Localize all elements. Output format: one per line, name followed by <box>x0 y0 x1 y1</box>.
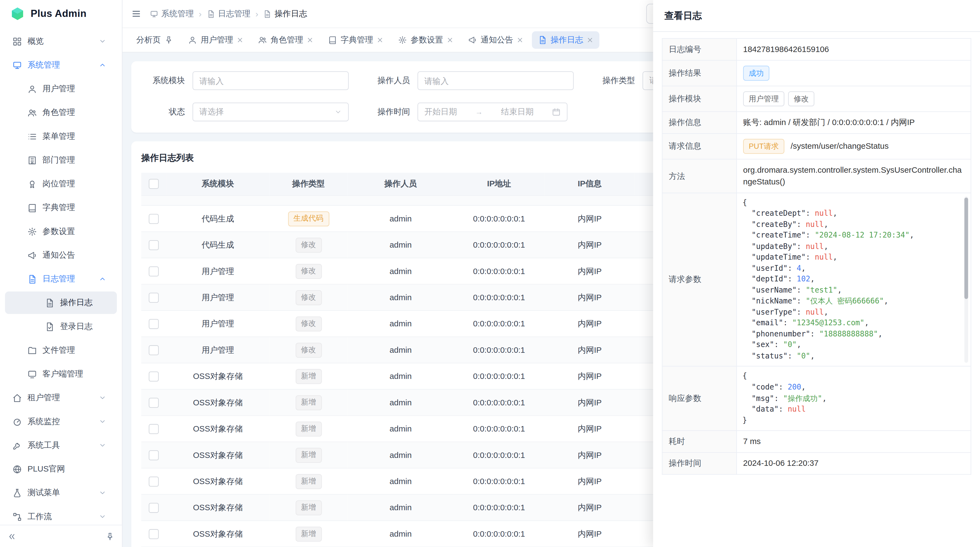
row-checkbox[interactable] <box>149 293 159 303</box>
row-checkbox[interactable] <box>149 319 159 329</box>
tab-analysis[interactable]: 分析页 <box>130 31 180 49</box>
doc-icon <box>45 298 54 307</box>
sidebar-item-label: 登录日志 <box>60 321 92 332</box>
close-tab-icon[interactable] <box>307 37 313 43</box>
sidebar-footer <box>0 525 122 547</box>
collapse-sidebar-icon[interactable] <box>8 532 16 541</box>
detail-row-method: 方法 org.dromara.system.controller.system.… <box>662 159 971 193</box>
breadcrumb-item[interactable]: 日志管理 <box>207 8 250 19</box>
breadcrumb-item[interactable]: 系统管理 <box>150 8 194 19</box>
tab-dict-management[interactable]: 字典管理 <box>322 31 389 49</box>
column-header: 系统模块 <box>166 173 269 196</box>
pin-sidebar-icon[interactable] <box>106 532 115 541</box>
cell-module: OSS对象存储 <box>166 416 269 442</box>
sidebar-item-role-management[interactable]: 角色管理 <box>5 101 117 124</box>
cell-ip-info: 内网IP <box>544 258 635 284</box>
sidebar-item-overview[interactable]: 概览 <box>5 30 117 53</box>
sidebar-item-test-menu[interactable]: 测试菜单 <box>5 482 117 504</box>
sidebar-item-dept-management[interactable]: 部门管理 <box>5 149 117 171</box>
sidebar-item-log-management[interactable]: 日志管理 <box>5 268 117 290</box>
request-params-json: { "createDept": null, "createBy": null, … <box>743 198 961 362</box>
status-select[interactable]: 请选择 <box>192 103 349 121</box>
tab-role-management[interactable]: 角色管理 <box>252 31 319 49</box>
sidebar-item-tenant-management[interactable]: 租户管理 <box>5 386 117 409</box>
row-checkbox[interactable] <box>149 398 159 408</box>
scrollbar-thumb[interactable] <box>964 198 968 299</box>
sidebar: Plus Admin 概览系统管理用户管理角色管理菜单管理部门管理岗位管理字典管… <box>0 0 123 547</box>
operation-type-badge: 新增 <box>295 474 321 489</box>
sidebar-item-login-log[interactable]: 登录日志 <box>5 315 117 338</box>
sidebar-item-operation-log[interactable]: 操作日志 <box>5 292 117 314</box>
user-icon <box>27 84 37 93</box>
operation-type-badge: 修改 <box>295 316 321 331</box>
sidebar-item-plus-website[interactable]: PLUS官网 <box>5 458 117 480</box>
gear-icon <box>27 226 37 236</box>
chevron-up-icon <box>99 275 107 283</box>
tab-param-settings[interactable]: 参数设置 <box>392 31 460 49</box>
sidebar-item-system-monitor[interactable]: 系统监控 <box>5 410 117 433</box>
sidebar-item-param-settings[interactable]: 参数设置 <box>5 220 117 243</box>
calendar-icon <box>552 108 560 116</box>
sidebar-item-post-management[interactable]: 岗位管理 <box>5 173 117 195</box>
sidebar-item-label: 岗位管理 <box>43 178 75 189</box>
row-checkbox[interactable] <box>149 529 159 539</box>
sidebar-item-workflow[interactable]: 工作流 <box>5 506 117 526</box>
tab-operation-log[interactable]: 操作日志 <box>532 31 600 49</box>
sidebar-item-user-management[interactable]: 用户管理 <box>5 78 117 100</box>
cell-operator: admin <box>348 311 454 337</box>
hamburger-menu-icon[interactable] <box>131 9 141 19</box>
cell-ip-info: 内网IP <box>544 284 635 310</box>
sidebar-item-label: 系统工具 <box>27 440 60 451</box>
row-checkbox[interactable] <box>149 345 159 355</box>
app-logo[interactable]: Plus Admin <box>0 0 122 27</box>
row-checkbox[interactable] <box>149 266 159 276</box>
breadcrumb-item[interactable]: 操作日志 <box>263 8 307 19</box>
cell-ip-info: 内网IP <box>544 416 635 442</box>
row-checkbox[interactable] <box>149 450 159 460</box>
operator-input[interactable] <box>418 71 574 90</box>
list-icon <box>27 132 37 141</box>
request-url: /system/user/changeStatus <box>791 141 889 151</box>
drawer-header: 查看日志 <box>653 0 980 32</box>
sidebar-item-dict-management[interactable]: 字典管理 <box>5 196 117 219</box>
detail-row-request-params: 请求参数 { "createDept": null, "createBy": n… <box>662 193 971 367</box>
row-checkbox[interactable] <box>149 424 159 434</box>
tab-label: 分析页 <box>136 34 161 46</box>
select-all-checkbox[interactable] <box>149 179 159 189</box>
row-checkbox[interactable] <box>149 477 159 486</box>
system-module-input[interactable] <box>192 71 349 90</box>
scrollbar[interactable] <box>964 196 968 363</box>
chevron-down-icon <box>99 394 107 402</box>
row-checkbox[interactable] <box>149 214 159 224</box>
filter-label: 系统模块 <box>141 75 185 86</box>
cell-operator: admin <box>348 363 454 389</box>
cell-ip: 0:0:0:0:0:0:0:1 <box>454 416 544 442</box>
close-tab-icon[interactable] <box>587 37 593 43</box>
detail-row-log-id: 日志编号 1842781986426159106 <box>662 38 971 61</box>
tab-label: 字典管理 <box>340 34 373 46</box>
tab-notice[interactable]: 通知公告 <box>462 31 530 49</box>
megaphone-icon <box>468 36 477 45</box>
sidebar-item-file-management[interactable]: 文件管理 <box>5 339 117 362</box>
sidebar-item-menu-management[interactable]: 菜单管理 <box>5 125 117 148</box>
drawer-body: 日志编号 1842781986426159106 操作结果 成功 操作模块 用户… <box>653 32 980 481</box>
row-checkbox[interactable] <box>149 240 159 250</box>
sidebar-item-client-management[interactable]: 客户端管理 <box>5 363 117 386</box>
close-tab-icon[interactable] <box>517 37 523 43</box>
operation-time-range[interactable]: 开始日期 → 结束日期 <box>418 103 568 121</box>
sidebar-item-system-tools[interactable]: 系统工具 <box>5 434 117 456</box>
row-checkbox[interactable] <box>149 502 159 513</box>
row-checkbox[interactable] <box>149 371 159 381</box>
close-tab-icon[interactable] <box>237 37 243 43</box>
close-tab-icon[interactable] <box>377 37 383 43</box>
wrench-icon <box>13 440 22 450</box>
tab-user-management[interactable]: 用户管理 <box>182 31 249 49</box>
cell-module: 用户管理 <box>166 311 269 337</box>
sidebar-item-label: 文件管理 <box>43 344 75 356</box>
date-end-placeholder: 结束日期 <box>501 106 533 117</box>
close-tab-icon[interactable] <box>447 37 453 43</box>
sidebar-item-system-management[interactable]: 系统管理 <box>5 54 117 76</box>
close-icon[interactable] <box>960 11 969 20</box>
cell-ip-info: 内网IP <box>544 494 635 521</box>
sidebar-item-notice[interactable]: 通知公告 <box>5 244 117 266</box>
